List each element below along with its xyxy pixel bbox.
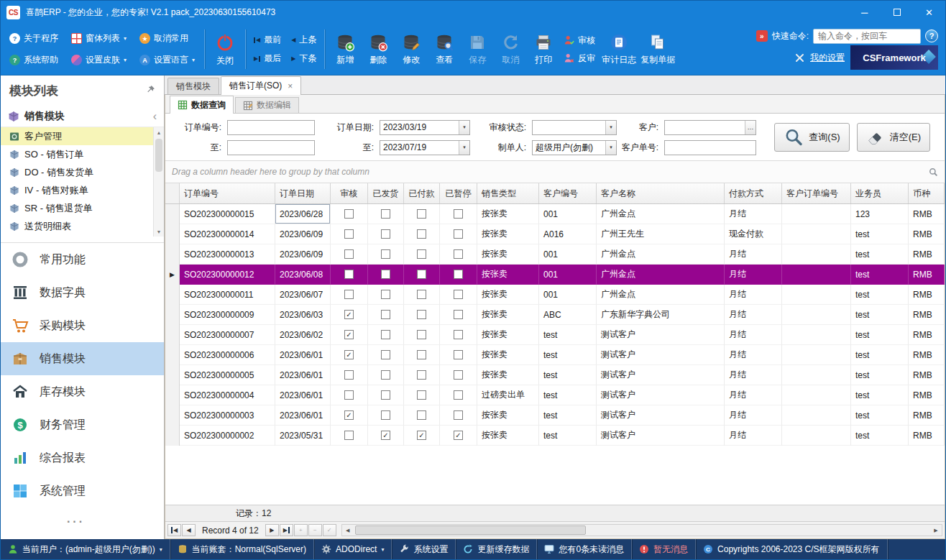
pin-icon[interactable]: [146, 85, 155, 96]
customer-lookup[interactable]: …: [664, 120, 756, 135]
menu-set-skin[interactable]: 设置皮肤▾: [65, 52, 132, 68]
checkbox[interactable]: [417, 390, 426, 400]
cell[interactable]: 月结: [725, 285, 782, 305]
column-header[interactable]: 客户名称: [597, 183, 725, 203]
checkbox[interactable]: [454, 350, 463, 359]
cell[interactable]: [368, 244, 404, 265]
cell[interactable]: ABC: [539, 305, 597, 325]
cell[interactable]: RMB: [909, 244, 945, 265]
cell[interactable]: [440, 365, 477, 385]
scroll-track[interactable]: [154, 137, 164, 226]
cell[interactable]: 按张卖: [477, 285, 539, 305]
cell[interactable]: [440, 204, 477, 224]
cell[interactable]: [440, 244, 477, 265]
cell[interactable]: [404, 285, 440, 305]
find-icon[interactable]: [929, 167, 938, 177]
sidebar-item-delivery-detail[interactable]: 送货明细表: [1, 217, 164, 235]
cell[interactable]: [331, 224, 368, 244]
checkbox[interactable]: [417, 330, 426, 339]
add-button[interactable]: 新增: [329, 24, 362, 75]
cell[interactable]: [440, 305, 477, 325]
checkbox[interactable]: [381, 290, 390, 299]
cell[interactable]: 月结: [725, 426, 782, 446]
cell[interactable]: [440, 224, 477, 244]
cell[interactable]: 按张卖: [477, 305, 539, 325]
cell[interactable]: 广州金点: [597, 265, 725, 285]
sidebar-group-data-dictionary[interactable]: 数据字典: [1, 276, 164, 309]
checkbox[interactable]: [381, 249, 390, 259]
column-header[interactable]: 已付款: [404, 183, 440, 203]
cell[interactable]: SO202300000014: [180, 224, 275, 244]
cell[interactable]: [331, 204, 368, 224]
cell[interactable]: 2023/06/09: [275, 224, 331, 244]
prev-record-button[interactable]: ◀: [182, 524, 196, 536]
checkbox[interactable]: [381, 270, 390, 279]
cell[interactable]: 按张卖: [477, 265, 539, 285]
edit-record-button[interactable]: ✓: [323, 524, 336, 536]
checkbox[interactable]: ✓: [381, 431, 390, 440]
checkbox[interactable]: [417, 249, 426, 259]
cell[interactable]: test: [851, 426, 909, 446]
column-header[interactable]: 已暂停: [440, 183, 477, 203]
connection-menu[interactable]: ADODirect ▾: [314, 539, 392, 559]
cell[interactable]: 2023/05/31: [275, 426, 331, 446]
cell[interactable]: 月结: [725, 265, 782, 285]
cell[interactable]: [331, 365, 368, 385]
cell[interactable]: [782, 305, 851, 325]
cell[interactable]: SO202300000015: [180, 204, 275, 224]
checkbox[interactable]: [381, 330, 390, 339]
cell[interactable]: 月结: [725, 365, 782, 385]
cell[interactable]: test: [539, 405, 597, 426]
cell[interactable]: [440, 325, 477, 345]
cell[interactable]: ✓: [404, 426, 440, 446]
current-user-menu[interactable]: 当前用户：(admin-超级用户(勿删)) ▾: [1, 539, 170, 559]
sidebar-group-finance-management[interactable]: $ 财务管理: [1, 408, 164, 441]
scroll-down-icon[interactable]: ▼: [154, 226, 164, 237]
audit-status-select[interactable]: ▾: [532, 120, 617, 135]
first-button[interactable]: ◀最前: [254, 34, 281, 46]
refresh-cache-button[interactable]: 更新缓存数据: [456, 539, 537, 559]
scroll-left-icon[interactable]: ◀: [342, 525, 354, 536]
cell[interactable]: RMB: [909, 345, 945, 365]
next-record-button[interactable]: ▶: [265, 524, 279, 536]
chevron-down-icon[interactable]: ▾: [605, 141, 616, 155]
last-button[interactable]: ▶最后: [254, 52, 281, 65]
cell[interactable]: 月结: [725, 405, 782, 426]
cell[interactable]: ✓: [440, 426, 477, 446]
cell[interactable]: 测试客户: [597, 426, 725, 446]
cell[interactable]: 测试客户: [597, 385, 725, 405]
cell[interactable]: [331, 244, 368, 265]
cell[interactable]: [440, 265, 477, 285]
cell[interactable]: [404, 305, 440, 325]
checkbox[interactable]: ✓: [344, 410, 354, 420]
cell[interactable]: 月结: [725, 204, 782, 224]
cell[interactable]: [404, 385, 440, 405]
cell[interactable]: SO202300000011: [180, 285, 275, 305]
cell[interactable]: 广州金点: [597, 204, 725, 224]
cell[interactable]: RMB: [909, 405, 945, 426]
delete-button[interactable]: 删除: [362, 24, 395, 75]
cell[interactable]: 按张卖: [477, 224, 539, 244]
cell[interactable]: SO202300000006: [180, 345, 275, 365]
cell[interactable]: [368, 305, 404, 325]
cell[interactable]: 现金付款: [725, 224, 782, 244]
column-header[interactable]: 付款方式: [725, 183, 782, 203]
cell[interactable]: ✓: [368, 426, 404, 446]
cell[interactable]: [440, 285, 477, 305]
collapse-icon[interactable]: ‹: [153, 111, 157, 122]
cell[interactable]: ✓: [331, 405, 368, 426]
cell[interactable]: 广州金点: [597, 244, 725, 265]
cell[interactable]: [331, 385, 368, 405]
sidebar-item-sales-statement[interactable]: IV - 销售对账单: [1, 181, 164, 199]
checkbox[interactable]: [454, 330, 463, 339]
table-row[interactable]: SO2023000000042023/06/01过磅卖出单test测试客户月结t…: [165, 385, 945, 405]
checkbox[interactable]: [454, 290, 463, 299]
sidebar-group-purchase-module[interactable]: 采购模块: [1, 309, 164, 342]
cell[interactable]: test: [851, 405, 909, 426]
cell[interactable]: [404, 365, 440, 385]
search-button[interactable]: 查询(S): [774, 123, 849, 152]
checkbox[interactable]: [417, 410, 426, 420]
sidebar-overflow[interactable]: ···: [1, 508, 164, 536]
table-row[interactable]: SO2023000000152023/06/28按张卖001广州金点月结123R…: [165, 204, 945, 224]
checkbox[interactable]: [381, 310, 390, 319]
